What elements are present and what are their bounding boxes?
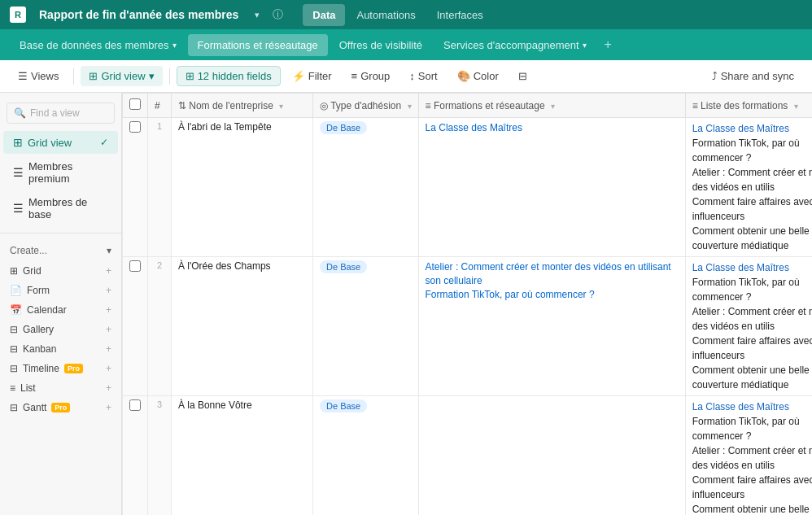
group-label: Group bbox=[360, 70, 390, 82]
table-row: 3À la Bonne VôtreDe BaseLa Classe des Ma… bbox=[123, 396, 813, 516]
base-view-icon: ☰ bbox=[13, 202, 24, 215]
create-gantt[interactable]: ⊟ Gantt Pro + bbox=[0, 398, 121, 417]
cell-liste: La Classe des MaîtresFormation TikTok, p… bbox=[685, 257, 812, 396]
create-list[interactable]: ≡ List + bbox=[0, 378, 121, 398]
add-tab-button[interactable]: + bbox=[598, 37, 618, 52]
create-calendar[interactable]: 📅 Calendar + bbox=[0, 300, 121, 320]
view-search[interactable]: 🔍 Find a view bbox=[7, 103, 115, 124]
sidebar-item-grid-view[interactable]: ⊞ Grid view ✓ bbox=[3, 131, 118, 154]
header-type[interactable]: ◎ Type d'adhésion ▾ bbox=[313, 94, 419, 118]
liste-item: Formation TikTok, par où commencer ? bbox=[692, 414, 812, 443]
cell-type: De Base bbox=[313, 396, 419, 516]
create-grid[interactable]: ⊞ Grid + bbox=[0, 261, 121, 281]
row-select-checkbox[interactable] bbox=[129, 260, 141, 272]
filter-label: Filter bbox=[308, 70, 332, 82]
nav-base-donnees[interactable]: Base de données des membres ▾ bbox=[10, 34, 186, 56]
group-button[interactable]: ≡ Group bbox=[343, 66, 399, 86]
nav-services[interactable]: Services d'accompagnement ▾ bbox=[434, 34, 596, 56]
filter-icon: ⚡ bbox=[292, 70, 305, 82]
header-formations[interactable]: ≡ Formations et réseautage ▾ bbox=[418, 94, 685, 118]
create-gallery[interactable]: ⊟ Gallery + bbox=[0, 320, 121, 339]
create-gantt-plus-icon: + bbox=[106, 402, 111, 413]
row-select-checkbox[interactable] bbox=[129, 121, 141, 133]
cell-type: De Base bbox=[313, 257, 419, 396]
views-button[interactable]: ☰ Views bbox=[10, 66, 67, 86]
cell-liste: La Classe des MaîtresFormation TikTok, p… bbox=[685, 396, 812, 516]
share-label: Share and sync bbox=[721, 70, 794, 82]
formations-header-label: Formations et réseautage bbox=[434, 100, 545, 111]
select-all-checkbox[interactable] bbox=[129, 98, 141, 110]
app-icon: R bbox=[10, 7, 26, 23]
gantt-pro-badge: Pro bbox=[51, 403, 70, 412]
header-liste[interactable]: ≡ Liste des formations ▾ bbox=[685, 94, 812, 118]
formation-link[interactable]: Formation TikTok, par où commencer ? bbox=[426, 288, 679, 302]
sidebar-item-premium[interactable]: ☰ Membres premium bbox=[3, 155, 118, 190]
content-area: # ⇅ Nom de l'entreprise ▾ ◎ Type d'adhés… bbox=[122, 93, 812, 515]
search-placeholder: Find a view bbox=[30, 107, 80, 119]
create-kanban[interactable]: ⊟ Kanban + bbox=[0, 339, 121, 359]
liste-header-label: Liste des formations bbox=[701, 100, 788, 111]
create-gantt-icon: ⊟ bbox=[10, 402, 18, 413]
row-checkbox-cell bbox=[123, 257, 148, 396]
filter-button[interactable]: ⚡ Filter bbox=[284, 66, 340, 86]
share-button[interactable]: ⤴ Share and sync bbox=[704, 66, 802, 86]
row-checkbox-cell bbox=[123, 396, 148, 516]
hidden-fields-label: 12 hidden fields bbox=[198, 70, 272, 82]
formation-link[interactable]: Atelier : Comment créer et monter des vi… bbox=[426, 260, 679, 288]
create-section-header: Create... ▾ bbox=[0, 240, 121, 261]
create-kanban-icon: ⊟ bbox=[10, 343, 18, 355]
create-form-plus-icon: + bbox=[106, 285, 111, 296]
liste-item: Comment obtenir une belle couverture méd… bbox=[692, 224, 812, 253]
color-button[interactable]: 🎨 Color bbox=[449, 66, 507, 86]
row-height-button[interactable]: ⊟ bbox=[510, 66, 535, 86]
cell-type: De Base bbox=[313, 118, 419, 257]
create-calendar-icon: 📅 bbox=[10, 304, 22, 316]
membership-tag: De Base bbox=[320, 399, 367, 412]
type-header-label: Type d'adhésion bbox=[330, 100, 401, 111]
tab-data[interactable]: Data bbox=[303, 4, 345, 26]
header-nom[interactable]: ⇅ Nom de l'entreprise ▾ bbox=[171, 94, 312, 118]
sidebar-item-premium-label: Membres premium bbox=[28, 160, 108, 185]
cell-liste: La Classe des MaîtresFormation TikTok, p… bbox=[685, 118, 812, 257]
title-caret-icon[interactable]: ▾ bbox=[255, 10, 260, 20]
liste-item: Comment faire affaires avec des influenc… bbox=[692, 334, 812, 363]
tab-interfaces[interactable]: Interfaces bbox=[427, 4, 493, 26]
page-title: Rapport de fin d'année des membres bbox=[39, 8, 238, 21]
cell-nom[interactable]: À la Bonne Vôtre bbox=[171, 396, 312, 516]
nav-formations-label: Formations et réseautage bbox=[198, 39, 318, 51]
color-label: Color bbox=[474, 70, 499, 82]
sort-button[interactable]: ↕ Sort bbox=[401, 66, 445, 86]
create-timeline[interactable]: ⊟ Timeline Pro + bbox=[0, 359, 121, 378]
liste-item: La Classe des Maîtres bbox=[692, 399, 812, 414]
nav-services-caret-icon: ▾ bbox=[583, 41, 587, 50]
liste-item: Formation TikTok, par où commencer ? bbox=[692, 275, 812, 304]
cell-nom[interactable]: À l'Orée des Champs bbox=[171, 257, 312, 396]
create-timeline-plus-icon: + bbox=[106, 363, 111, 374]
row-checkbox-cell bbox=[123, 118, 148, 257]
grid-view-label: Grid view bbox=[101, 70, 145, 82]
row-number: 2 bbox=[148, 257, 172, 396]
create-list-label: List bbox=[20, 382, 36, 394]
grid-view-dropdown-icon: ▾ bbox=[149, 70, 155, 82]
nav-offres-label: Offres de visibilité bbox=[339, 39, 422, 51]
search-icon: 🔍 bbox=[14, 107, 26, 119]
row-select-checkbox[interactable] bbox=[129, 399, 141, 411]
cell-nom[interactable]: À l'abri de la Tempête bbox=[171, 118, 312, 257]
create-gallery-plus-icon: + bbox=[106, 324, 111, 335]
create-form[interactable]: 📄 Form + bbox=[0, 281, 121, 300]
nav-offres[interactable]: Offres de visibilité bbox=[330, 34, 432, 56]
active-check-icon: ✓ bbox=[100, 137, 108, 148]
create-kanban-plus-icon: + bbox=[106, 343, 111, 355]
info-icon[interactable]: ⓘ bbox=[273, 7, 283, 22]
tab-automations[interactable]: Automations bbox=[347, 4, 425, 26]
grid-view-button[interactable]: ⊞ Grid view ▾ bbox=[81, 66, 162, 86]
nav-formations[interactable]: Formations et réseautage bbox=[188, 34, 328, 56]
sidebar-item-base[interactable]: ☰ Membres de base bbox=[3, 191, 118, 225]
toolbar: ☰ Views ⊞ Grid view ▾ ⊞ 12 hidden fields… bbox=[0, 60, 812, 93]
formation-link[interactable]: La Classe des Maîtres bbox=[426, 121, 679, 135]
table-container[interactable]: # ⇅ Nom de l'entreprise ▾ ◎ Type d'adhés… bbox=[122, 93, 812, 515]
hidden-fields-button[interactable]: ⊞ 12 hidden fields bbox=[177, 66, 281, 86]
membership-tag: De Base bbox=[320, 121, 367, 134]
header-checkbox-col bbox=[123, 94, 148, 118]
group-icon: ≡ bbox=[351, 70, 358, 82]
